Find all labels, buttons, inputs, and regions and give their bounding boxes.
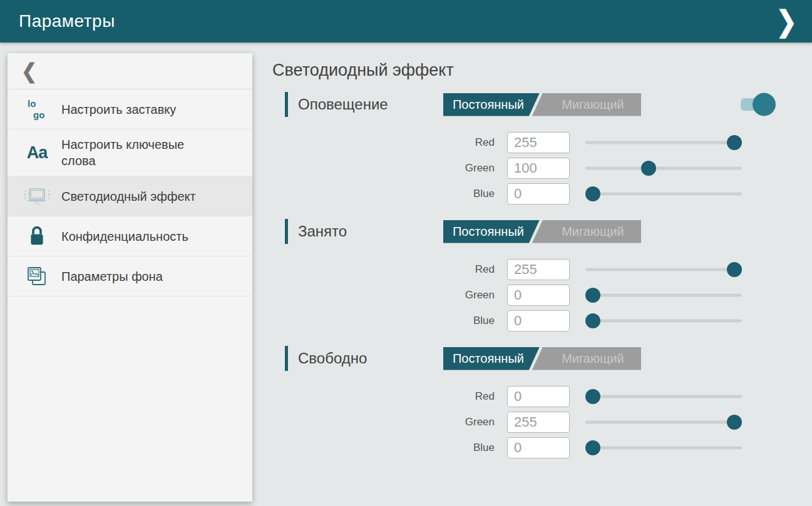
mode-blinking-label: Мигающий	[562, 225, 624, 239]
logo-icon: logo	[23, 97, 51, 122]
notification-led-switch[interactable]	[741, 98, 769, 111]
red-row: Red	[285, 132, 812, 153]
mode-constant-label: Постоянный	[453, 98, 524, 112]
slider-track	[585, 141, 742, 144]
slider-track	[585, 268, 742, 271]
green-slider[interactable]	[585, 288, 742, 303]
main-content: Светодиодный эффект Оповещение Мигающий …	[272, 61, 812, 472]
mode-segmented-control: Мигающий Постоянный	[443, 347, 641, 370]
slider-thumb[interactable]	[585, 186, 600, 201]
sidebar-item-label: Параметры фона	[61, 268, 163, 285]
page-title: Параметры	[19, 11, 115, 31]
main-title: Светодиодный эффект	[272, 61, 812, 80]
green-row: Green	[285, 412, 812, 433]
section-busy: Занято Мигающий Постоянный Red Green	[285, 218, 812, 331]
green-slider[interactable]	[585, 415, 742, 430]
red-row: Red	[285, 259, 812, 280]
green-label: Green	[285, 416, 507, 428]
slider-thumb[interactable]	[727, 415, 742, 430]
slider-thumb[interactable]	[727, 262, 742, 277]
blue-value-input[interactable]	[507, 183, 570, 205]
mode-blinking-label: Мигающий	[562, 98, 624, 112]
mode-segmented-control: Мигающий Постоянный	[443, 220, 641, 243]
blue-slider[interactable]	[585, 313, 742, 328]
mode-blinking-button[interactable]: Мигающий	[528, 220, 641, 243]
red-value-input[interactable]	[507, 386, 570, 407]
slider-track	[585, 193, 742, 196]
blue-label: Blue	[285, 315, 507, 327]
section-free: Свободно Мигающий Постоянный Red Green	[285, 345, 812, 458]
blue-label: Blue	[285, 188, 507, 200]
slider-thumb[interactable]	[727, 135, 742, 150]
mode-segmented-control: Мигающий Постоянный	[443, 93, 641, 116]
mode-blinking-label: Мигающий	[562, 352, 624, 366]
mode-constant-button[interactable]: Постоянный	[443, 93, 540, 116]
green-row: Green	[285, 158, 812, 179]
blue-row: Blue	[285, 310, 812, 331]
green-value-input[interactable]	[507, 158, 570, 179]
blue-row: Blue	[285, 183, 812, 205]
slider-thumb[interactable]	[641, 161, 656, 176]
sidebar-item-label: Настроить ключевые слова	[61, 136, 212, 169]
red-row: Red	[285, 386, 812, 407]
green-value-input[interactable]	[507, 412, 570, 433]
green-value-input[interactable]	[507, 285, 570, 306]
app-header: Параметры ❯	[0, 0, 812, 43]
sidebar-collapse-button[interactable]: ❮	[8, 53, 252, 89]
slider-track	[585, 421, 742, 424]
chevron-right-icon[interactable]: ❯	[776, 7, 797, 36]
chevron-left-icon: ❮	[21, 61, 37, 81]
blue-label: Blue	[285, 442, 507, 454]
sidebar-item-splash[interactable]: logo Настроить заставку	[8, 89, 252, 129]
mode-blinking-button[interactable]: Мигающий	[528, 347, 641, 370]
red-slider[interactable]	[585, 135, 742, 150]
section-title: Свободно	[298, 350, 443, 367]
section-title: Занято	[298, 223, 443, 240]
red-label: Red	[285, 136, 507, 149]
red-slider[interactable]	[585, 389, 742, 404]
slider-thumb[interactable]	[585, 440, 600, 455]
switch-thumb	[753, 93, 776, 116]
sidebar-item-privacy[interactable]: Конфиденциальность	[8, 216, 252, 256]
sidebar-item-led-effect[interactable]: Светодиодный эффект	[8, 176, 252, 216]
green-slider[interactable]	[585, 161, 742, 176]
section-accent-bar	[285, 346, 288, 371]
blue-slider[interactable]	[585, 186, 742, 201]
keywords-icon: Aa	[23, 140, 51, 165]
slider-track	[585, 447, 742, 450]
sidebar-item-keywords[interactable]: Aa Настроить ключевые слова	[8, 129, 252, 176]
red-slider[interactable]	[585, 262, 742, 277]
blue-value-input[interactable]	[507, 310, 570, 331]
blue-slider[interactable]	[585, 440, 742, 455]
section-title: Оповещение	[298, 96, 443, 113]
section-notification: Оповещение Мигающий Постоянный Red	[285, 91, 812, 205]
green-label: Green	[285, 162, 507, 175]
slider-thumb[interactable]	[585, 389, 600, 404]
section-accent-bar	[285, 92, 288, 117]
sidebar-item-label: Светодиодный эффект	[61, 188, 196, 205]
blue-value-input[interactable]	[507, 437, 570, 458]
red-value-input[interactable]	[507, 259, 570, 280]
sidebar-item-label: Конфиденциальность	[61, 228, 188, 245]
blue-row: Blue	[285, 437, 812, 458]
mode-constant-button[interactable]: Постоянный	[443, 220, 540, 243]
mode-constant-button[interactable]: Постоянный	[443, 347, 540, 370]
monitor-icon	[23, 184, 51, 209]
mode-constant-label: Постоянный	[453, 352, 524, 366]
slider-thumb[interactable]	[585, 313, 600, 328]
red-label: Red	[285, 263, 507, 276]
slider-track	[585, 395, 742, 398]
slider-track	[585, 320, 742, 323]
lock-icon	[23, 224, 51, 249]
red-value-input[interactable]	[507, 132, 570, 153]
section-accent-bar	[285, 219, 288, 244]
images-icon	[23, 264, 51, 289]
red-label: Red	[285, 390, 507, 403]
slider-track	[585, 294, 742, 297]
sidebar-item-background[interactable]: Параметры фона	[8, 256, 252, 296]
slider-thumb[interactable]	[585, 288, 600, 303]
mode-blinking-button[interactable]: Мигающий	[528, 93, 641, 116]
green-row: Green	[285, 285, 812, 306]
mode-constant-label: Постоянный	[453, 225, 524, 239]
green-label: Green	[285, 289, 507, 301]
